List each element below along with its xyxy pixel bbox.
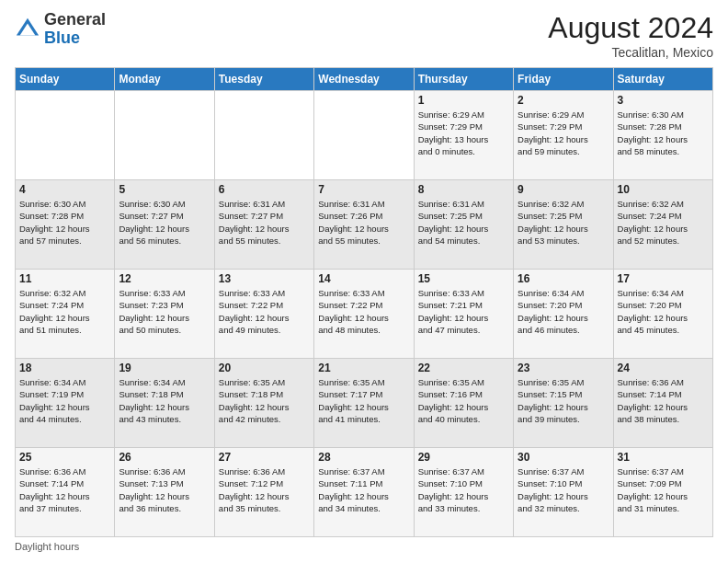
calendar-cell: 4Sunrise: 6:30 AMSunset: 7:28 PMDaylight…: [16, 180, 115, 270]
day-number: 18: [19, 362, 110, 374]
location: Tecalitlan, Mexico: [548, 45, 713, 60]
day-number: 26: [119, 451, 210, 464]
calendar-cell: 21Sunrise: 6:35 AMSunset: 7:17 PMDayligh…: [314, 359, 414, 448]
day-number: 1: [418, 94, 509, 107]
logo-icon: [15, 17, 40, 42]
weekday-header-thursday: Thursday: [414, 68, 513, 91]
day-info: Sunrise: 6:36 AMSunset: 7:13 PMDaylight:…: [119, 465, 210, 514]
day-number: 5: [119, 183, 210, 196]
day-number: 20: [219, 362, 310, 374]
day-info: Sunrise: 6:32 AMSunset: 7:24 PMDaylight:…: [618, 198, 709, 247]
day-number: 15: [418, 272, 509, 285]
day-number: 7: [318, 183, 409, 196]
calendar-cell: 26Sunrise: 6:36 AMSunset: 7:13 PMDayligh…: [115, 448, 214, 537]
day-number: 11: [19, 272, 110, 285]
day-number: 21: [318, 362, 409, 374]
day-number: 17: [618, 272, 709, 285]
calendar-cell: 18Sunrise: 6:34 AMSunset: 7:19 PMDayligh…: [16, 359, 115, 448]
calendar-cell: 7Sunrise: 6:31 AMSunset: 7:26 PMDaylight…: [314, 180, 414, 270]
calendar-cell: 1Sunrise: 6:29 AMSunset: 7:29 PMDaylight…: [414, 91, 513, 180]
weekday-header-monday: Monday: [115, 68, 214, 91]
day-info: Sunrise: 6:35 AMSunset: 7:16 PMDaylight:…: [418, 376, 509, 425]
calendar-cell: 19Sunrise: 6:34 AMSunset: 7:18 PMDayligh…: [115, 359, 214, 448]
day-info: Sunrise: 6:29 AMSunset: 7:29 PMDaylight:…: [518, 109, 609, 157]
calendar-week-row: 25Sunrise: 6:36 AMSunset: 7:14 PMDayligh…: [16, 448, 713, 537]
day-info: Sunrise: 6:30 AMSunset: 7:28 PMDaylight:…: [19, 198, 110, 247]
calendar-cell: 17Sunrise: 6:34 AMSunset: 7:20 PMDayligh…: [613, 270, 712, 359]
calendar-cell: 13Sunrise: 6:33 AMSunset: 7:22 PMDayligh…: [214, 270, 313, 359]
day-info: Sunrise: 6:37 AMSunset: 7:10 PMDaylight:…: [518, 465, 609, 514]
weekday-header-tuesday: Tuesday: [214, 68, 313, 91]
day-number: 19: [119, 362, 210, 374]
calendar-header: SundayMondayTuesdayWednesdayThursdayFrid…: [16, 68, 713, 91]
day-info: Sunrise: 6:36 AMSunset: 7:14 PMDaylight:…: [618, 376, 709, 425]
calendar-cell: 29Sunrise: 6:37 AMSunset: 7:10 PMDayligh…: [414, 448, 513, 537]
day-number: 2: [518, 94, 609, 107]
day-number: 14: [318, 272, 409, 285]
calendar-week-row: 18Sunrise: 6:34 AMSunset: 7:19 PMDayligh…: [16, 359, 713, 448]
calendar-cell: 3Sunrise: 6:30 AMSunset: 7:28 PMDaylight…: [613, 91, 712, 180]
day-info: Sunrise: 6:37 AMSunset: 7:09 PMDaylight:…: [618, 465, 709, 514]
calendar-week-row: 4Sunrise: 6:30 AMSunset: 7:28 PMDaylight…: [16, 180, 713, 270]
calendar-cell: 25Sunrise: 6:36 AMSunset: 7:14 PMDayligh…: [16, 448, 115, 537]
day-info: Sunrise: 6:31 AMSunset: 7:26 PMDaylight:…: [318, 198, 409, 247]
calendar-cell: 20Sunrise: 6:35 AMSunset: 7:18 PMDayligh…: [214, 359, 313, 448]
weekday-header-saturday: Saturday: [613, 68, 712, 91]
day-info: Sunrise: 6:37 AMSunset: 7:11 PMDaylight:…: [318, 465, 409, 514]
day-number: 16: [518, 272, 609, 285]
day-info: Sunrise: 6:33 AMSunset: 7:22 PMDaylight:…: [219, 287, 310, 336]
calendar-cell: [214, 91, 313, 180]
logo: General Blue: [15, 11, 106, 48]
title-block: August 2024 Tecalitlan, Mexico: [548, 11, 713, 60]
calendar-cell: 8Sunrise: 6:31 AMSunset: 7:25 PMDaylight…: [414, 180, 513, 270]
day-number: 25: [19, 451, 110, 464]
day-number: 9: [518, 183, 609, 196]
weekday-header-friday: Friday: [514, 68, 613, 91]
logo-text: General Blue: [44, 11, 106, 48]
weekday-header-row: SundayMondayTuesdayWednesdayThursdayFrid…: [16, 68, 713, 91]
calendar-cell: 31Sunrise: 6:37 AMSunset: 7:09 PMDayligh…: [613, 448, 712, 537]
day-info: Sunrise: 6:36 AMSunset: 7:12 PMDaylight:…: [219, 465, 310, 514]
day-info: Sunrise: 6:31 AMSunset: 7:25 PMDaylight:…: [418, 198, 509, 247]
calendar-cell: [314, 91, 414, 180]
calendar-cell: 24Sunrise: 6:36 AMSunset: 7:14 PMDayligh…: [613, 359, 712, 448]
day-info: Sunrise: 6:30 AMSunset: 7:27 PMDaylight:…: [119, 198, 210, 247]
calendar-cell: [16, 91, 115, 180]
day-info: Sunrise: 6:32 AMSunset: 7:25 PMDaylight:…: [518, 198, 609, 247]
calendar-cell: 9Sunrise: 6:32 AMSunset: 7:25 PMDaylight…: [514, 180, 613, 270]
day-number: 4: [19, 183, 110, 196]
weekday-header-wednesday: Wednesday: [314, 68, 414, 91]
day-info: Sunrise: 6:35 AMSunset: 7:18 PMDaylight:…: [219, 376, 310, 425]
day-info: Sunrise: 6:34 AMSunset: 7:19 PMDaylight:…: [19, 376, 110, 425]
calendar-body: 1Sunrise: 6:29 AMSunset: 7:29 PMDaylight…: [16, 91, 713, 537]
day-number: 23: [518, 362, 609, 374]
calendar-cell: 23Sunrise: 6:35 AMSunset: 7:15 PMDayligh…: [514, 359, 613, 448]
day-number: 13: [219, 272, 310, 285]
day-number: 22: [418, 362, 509, 374]
calendar-cell: 16Sunrise: 6:34 AMSunset: 7:20 PMDayligh…: [514, 270, 613, 359]
day-number: 27: [219, 451, 310, 464]
day-info: Sunrise: 6:31 AMSunset: 7:27 PMDaylight:…: [219, 198, 310, 247]
calendar-cell: [115, 91, 214, 180]
calendar-cell: 12Sunrise: 6:33 AMSunset: 7:23 PMDayligh…: [115, 270, 214, 359]
day-info: Sunrise: 6:33 AMSunset: 7:21 PMDaylight:…: [418, 287, 509, 336]
day-info: Sunrise: 6:34 AMSunset: 7:20 PMDaylight:…: [518, 287, 609, 336]
calendar-cell: 27Sunrise: 6:36 AMSunset: 7:12 PMDayligh…: [214, 448, 313, 537]
logo-blue: Blue: [44, 29, 80, 47]
header: General Blue August 2024 Tecalitlan, Mex…: [15, 11, 713, 60]
calendar-table: SundayMondayTuesdayWednesdayThursdayFrid…: [15, 67, 713, 537]
calendar-cell: 10Sunrise: 6:32 AMSunset: 7:24 PMDayligh…: [613, 180, 712, 270]
day-info: Sunrise: 6:29 AMSunset: 7:29 PMDaylight:…: [418, 109, 509, 157]
calendar-cell: 30Sunrise: 6:37 AMSunset: 7:10 PMDayligh…: [514, 448, 613, 537]
day-info: Sunrise: 6:35 AMSunset: 7:15 PMDaylight:…: [518, 376, 609, 425]
daylight-label: Daylight hours: [15, 541, 79, 552]
calendar-cell: 11Sunrise: 6:32 AMSunset: 7:24 PMDayligh…: [16, 270, 115, 359]
day-number: 10: [618, 183, 709, 196]
day-info: Sunrise: 6:33 AMSunset: 7:23 PMDaylight:…: [119, 287, 210, 336]
day-number: 12: [119, 272, 210, 285]
calendar-cell: 28Sunrise: 6:37 AMSunset: 7:11 PMDayligh…: [314, 448, 414, 537]
month-year: August 2024: [548, 11, 713, 45]
day-number: 28: [318, 451, 409, 464]
day-info: Sunrise: 6:36 AMSunset: 7:14 PMDaylight:…: [19, 465, 110, 514]
day-info: Sunrise: 6:30 AMSunset: 7:28 PMDaylight:…: [618, 109, 709, 157]
